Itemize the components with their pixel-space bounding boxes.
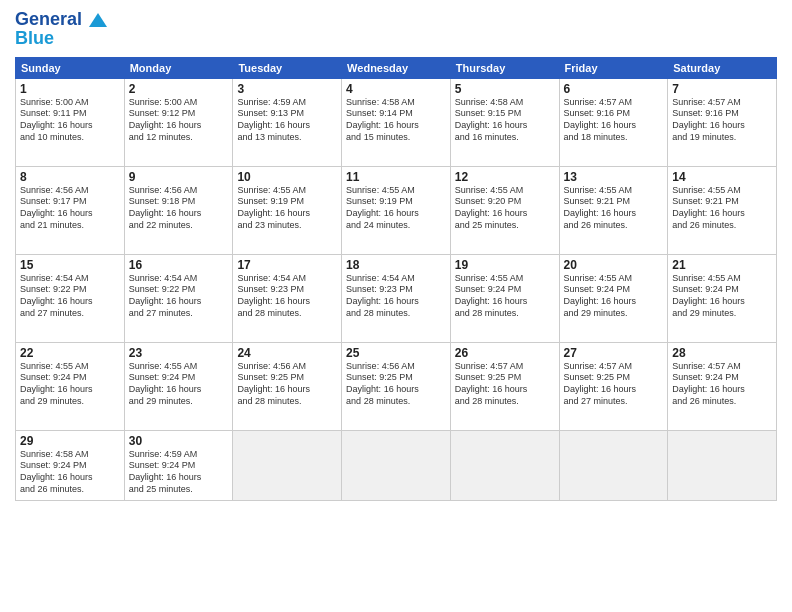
day-info: Sunrise: 4:56 AM Sunset: 9:25 PM Dayligh…: [237, 361, 337, 408]
day-info: Sunrise: 4:54 AM Sunset: 9:23 PM Dayligh…: [237, 273, 337, 320]
weekday-header-saturday: Saturday: [668, 57, 777, 78]
weekday-header-tuesday: Tuesday: [233, 57, 342, 78]
calendar-day-9: 9Sunrise: 4:56 AM Sunset: 9:18 PM Daylig…: [124, 166, 233, 254]
calendar-week-2: 8Sunrise: 4:56 AM Sunset: 9:17 PM Daylig…: [16, 166, 777, 254]
day-info: Sunrise: 4:59 AM Sunset: 9:24 PM Dayligh…: [129, 449, 229, 496]
calendar-day-5: 5Sunrise: 4:58 AM Sunset: 9:15 PM Daylig…: [450, 78, 559, 166]
day-info: Sunrise: 4:55 AM Sunset: 9:24 PM Dayligh…: [455, 273, 555, 320]
day-info: Sunrise: 4:55 AM Sunset: 9:24 PM Dayligh…: [20, 361, 120, 408]
day-info: Sunrise: 4:55 AM Sunset: 9:19 PM Dayligh…: [346, 185, 446, 232]
calendar-day-7: 7Sunrise: 4:57 AM Sunset: 9:16 PM Daylig…: [668, 78, 777, 166]
calendar-table: SundayMondayTuesdayWednesdayThursdayFrid…: [15, 57, 777, 501]
day-number: 3: [237, 82, 337, 96]
calendar-day-18: 18Sunrise: 4:54 AM Sunset: 9:23 PM Dayli…: [342, 254, 451, 342]
calendar-day-22: 22Sunrise: 4:55 AM Sunset: 9:24 PM Dayli…: [16, 342, 125, 430]
logo-icon: [89, 13, 107, 27]
day-number: 27: [564, 346, 664, 360]
day-info: Sunrise: 4:57 AM Sunset: 9:16 PM Dayligh…: [564, 97, 664, 144]
day-info: Sunrise: 4:54 AM Sunset: 9:22 PM Dayligh…: [20, 273, 120, 320]
day-number: 21: [672, 258, 772, 272]
day-info: Sunrise: 4:56 AM Sunset: 9:25 PM Dayligh…: [346, 361, 446, 408]
calendar-day-17: 17Sunrise: 4:54 AM Sunset: 9:23 PM Dayli…: [233, 254, 342, 342]
logo-blue: Blue: [15, 28, 107, 49]
day-number: 19: [455, 258, 555, 272]
day-number: 22: [20, 346, 120, 360]
day-info: Sunrise: 4:58 AM Sunset: 9:15 PM Dayligh…: [455, 97, 555, 144]
day-number: 5: [455, 82, 555, 96]
weekday-header-thursday: Thursday: [450, 57, 559, 78]
logo-text: General: [15, 10, 107, 30]
day-info: Sunrise: 4:55 AM Sunset: 9:24 PM Dayligh…: [672, 273, 772, 320]
calendar-day-27: 27Sunrise: 4:57 AM Sunset: 9:25 PM Dayli…: [559, 342, 668, 430]
day-number: 2: [129, 82, 229, 96]
weekday-header-monday: Monday: [124, 57, 233, 78]
day-info: Sunrise: 4:59 AM Sunset: 9:13 PM Dayligh…: [237, 97, 337, 144]
day-number: 10: [237, 170, 337, 184]
day-number: 9: [129, 170, 229, 184]
calendar-day-8: 8Sunrise: 4:56 AM Sunset: 9:17 PM Daylig…: [16, 166, 125, 254]
day-info: Sunrise: 4:57 AM Sunset: 9:25 PM Dayligh…: [564, 361, 664, 408]
calendar-day-6: 6Sunrise: 4:57 AM Sunset: 9:16 PM Daylig…: [559, 78, 668, 166]
day-info: Sunrise: 4:56 AM Sunset: 9:18 PM Dayligh…: [129, 185, 229, 232]
day-number: 13: [564, 170, 664, 184]
calendar-day-15: 15Sunrise: 4:54 AM Sunset: 9:22 PM Dayli…: [16, 254, 125, 342]
calendar-day-2: 2Sunrise: 5:00 AM Sunset: 9:12 PM Daylig…: [124, 78, 233, 166]
calendar-day-26: 26Sunrise: 4:57 AM Sunset: 9:25 PM Dayli…: [450, 342, 559, 430]
calendar-day-13: 13Sunrise: 4:55 AM Sunset: 9:21 PM Dayli…: [559, 166, 668, 254]
day-info: Sunrise: 4:54 AM Sunset: 9:22 PM Dayligh…: [129, 273, 229, 320]
day-number: 17: [237, 258, 337, 272]
svg-marker-0: [89, 13, 107, 27]
day-number: 23: [129, 346, 229, 360]
day-number: 11: [346, 170, 446, 184]
day-number: 16: [129, 258, 229, 272]
day-number: 8: [20, 170, 120, 184]
calendar-day-16: 16Sunrise: 4:54 AM Sunset: 9:22 PM Dayli…: [124, 254, 233, 342]
page-header: General Blue: [15, 10, 777, 49]
day-number: 15: [20, 258, 120, 272]
calendar-day-11: 11Sunrise: 4:55 AM Sunset: 9:19 PM Dayli…: [342, 166, 451, 254]
calendar-week-3: 15Sunrise: 4:54 AM Sunset: 9:22 PM Dayli…: [16, 254, 777, 342]
day-number: 14: [672, 170, 772, 184]
calendar-week-5: 29Sunrise: 4:58 AM Sunset: 9:24 PM Dayli…: [16, 430, 777, 500]
day-info: Sunrise: 4:56 AM Sunset: 9:17 PM Dayligh…: [20, 185, 120, 232]
calendar-day-25: 25Sunrise: 4:56 AM Sunset: 9:25 PM Dayli…: [342, 342, 451, 430]
weekday-header-friday: Friday: [559, 57, 668, 78]
weekday-header-row: SundayMondayTuesdayWednesdayThursdayFrid…: [16, 57, 777, 78]
day-info: Sunrise: 4:55 AM Sunset: 9:24 PM Dayligh…: [564, 273, 664, 320]
calendar-day-1: 1Sunrise: 5:00 AM Sunset: 9:11 PM Daylig…: [16, 78, 125, 166]
day-number: 18: [346, 258, 446, 272]
main-container: General Blue SundayMondayTuesdayWednesda…: [0, 0, 792, 511]
weekday-header-sunday: Sunday: [16, 57, 125, 78]
calendar-day-12: 12Sunrise: 4:55 AM Sunset: 9:20 PM Dayli…: [450, 166, 559, 254]
calendar-day-29: 29Sunrise: 4:58 AM Sunset: 9:24 PM Dayli…: [16, 430, 125, 500]
day-number: 26: [455, 346, 555, 360]
day-number: 30: [129, 434, 229, 448]
calendar-day-30: 30Sunrise: 4:59 AM Sunset: 9:24 PM Dayli…: [124, 430, 233, 500]
calendar-day-10: 10Sunrise: 4:55 AM Sunset: 9:19 PM Dayli…: [233, 166, 342, 254]
calendar-day-24: 24Sunrise: 4:56 AM Sunset: 9:25 PM Dayli…: [233, 342, 342, 430]
calendar-day-19: 19Sunrise: 4:55 AM Sunset: 9:24 PM Dayli…: [450, 254, 559, 342]
calendar-day-4: 4Sunrise: 4:58 AM Sunset: 9:14 PM Daylig…: [342, 78, 451, 166]
calendar-day-20: 20Sunrise: 4:55 AM Sunset: 9:24 PM Dayli…: [559, 254, 668, 342]
calendar-day-28: 28Sunrise: 4:57 AM Sunset: 9:24 PM Dayli…: [668, 342, 777, 430]
day-number: 28: [672, 346, 772, 360]
day-number: 4: [346, 82, 446, 96]
calendar-day-34: [559, 430, 668, 500]
day-info: Sunrise: 4:55 AM Sunset: 9:20 PM Dayligh…: [455, 185, 555, 232]
logo: General Blue: [15, 10, 107, 49]
day-info: Sunrise: 4:58 AM Sunset: 9:14 PM Dayligh…: [346, 97, 446, 144]
day-info: Sunrise: 4:57 AM Sunset: 9:25 PM Dayligh…: [455, 361, 555, 408]
day-number: 12: [455, 170, 555, 184]
day-info: Sunrise: 4:57 AM Sunset: 9:16 PM Dayligh…: [672, 97, 772, 144]
day-info: Sunrise: 4:55 AM Sunset: 9:21 PM Dayligh…: [672, 185, 772, 232]
weekday-header-wednesday: Wednesday: [342, 57, 451, 78]
calendar-day-21: 21Sunrise: 4:55 AM Sunset: 9:24 PM Dayli…: [668, 254, 777, 342]
calendar-day-31: [233, 430, 342, 500]
day-info: Sunrise: 4:55 AM Sunset: 9:19 PM Dayligh…: [237, 185, 337, 232]
day-info: Sunrise: 4:55 AM Sunset: 9:24 PM Dayligh…: [129, 361, 229, 408]
day-number: 6: [564, 82, 664, 96]
calendar-week-4: 22Sunrise: 4:55 AM Sunset: 9:24 PM Dayli…: [16, 342, 777, 430]
calendar-day-32: [342, 430, 451, 500]
day-info: Sunrise: 5:00 AM Sunset: 9:12 PM Dayligh…: [129, 97, 229, 144]
calendar-day-35: [668, 430, 777, 500]
